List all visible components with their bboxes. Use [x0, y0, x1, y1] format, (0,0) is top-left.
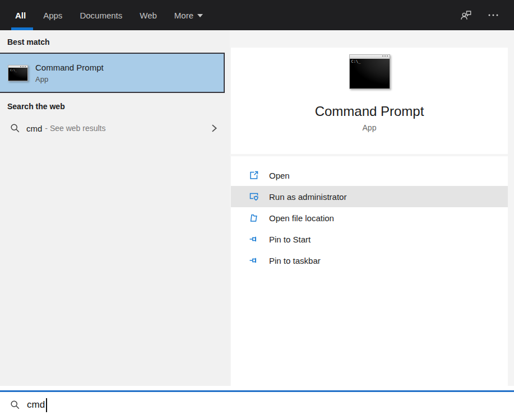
- search-results-area: Best match C:\_ Command Prompt App Searc…: [0, 30, 514, 386]
- tab-more[interactable]: More: [174, 0, 203, 30]
- launch-icon: [248, 170, 260, 181]
- filter-tabs: All Apps Documents Web More: [15, 0, 203, 30]
- preview-app-subtitle: App: [363, 123, 377, 132]
- search-icon: [10, 123, 20, 133]
- action-open-file-location-label: Open file location: [269, 213, 334, 223]
- window-buttons: [382, 55, 388, 57]
- search-filter-bar: All Apps Documents Web More: [0, 0, 514, 30]
- topbar-actions: [460, 0, 499, 30]
- app-actions-list: Open Run as administrator Open file loca…: [231, 156, 508, 386]
- tab-all[interactable]: All: [15, 0, 26, 30]
- action-open-file-location[interactable]: Open file location: [231, 207, 508, 228]
- text-cursor: [46, 398, 47, 412]
- tab-more-label: More: [174, 11, 193, 20]
- action-pin-to-start[interactable]: Pin to Start: [231, 228, 508, 250]
- search-icon: [10, 400, 20, 410]
- more-options-icon[interactable]: [488, 10, 499, 21]
- tab-documents-label: Documents: [80, 11, 122, 20]
- app-preview-card: C:\_ Command Prompt App: [231, 48, 508, 154]
- terminal-prompt-text: C:\_: [351, 60, 361, 64]
- tab-documents[interactable]: Documents: [80, 0, 122, 30]
- web-result-suffix: - See web results: [45, 124, 105, 133]
- best-match-subtitle: App: [35, 75, 104, 83]
- active-tab-underline: [11, 27, 33, 30]
- action-pin-to-taskbar-label: Pin to taskbar: [269, 256, 321, 265]
- action-open-label: Open: [269, 171, 290, 180]
- search-input-value: cmd: [27, 399, 45, 410]
- tab-web-label: Web: [140, 11, 157, 20]
- command-prompt-icon: C:\_: [8, 65, 28, 81]
- folder-icon: [248, 212, 260, 223]
- web-search-result[interactable]: cmd - See web results: [0, 116, 230, 141]
- best-match-title: Command Prompt: [35, 63, 104, 72]
- pin-icon: [248, 255, 260, 266]
- search-web-header: Search the web: [7, 102, 230, 111]
- pin-icon: [248, 234, 260, 245]
- chevron-right-icon[interactable]: [210, 123, 219, 133]
- terminal-prompt-text: C:\_: [10, 69, 17, 72]
- web-query-text: cmd: [26, 124, 42, 133]
- action-open[interactable]: Open: [231, 165, 508, 186]
- preview-panel: C:\_ Command Prompt App Open Run a: [230, 30, 514, 386]
- preview-app-title: Command Prompt: [315, 104, 424, 119]
- command-prompt-icon-large: C:\_: [349, 54, 390, 89]
- best-match-text: Command Prompt App: [35, 63, 104, 83]
- feedback-icon[interactable]: [460, 9, 473, 21]
- chevron-down-icon: [197, 14, 203, 17]
- admin-shield-icon: [248, 191, 260, 202]
- best-match-result-command-prompt[interactable]: C:\_ Command Prompt App: [0, 53, 225, 93]
- bottom-strip: [0, 386, 514, 390]
- tab-apps[interactable]: Apps: [43, 0, 62, 30]
- action-pin-to-start-label: Pin to Start: [269, 235, 311, 244]
- action-pin-to-taskbar[interactable]: Pin to taskbar: [231, 250, 508, 271]
- best-match-header: Best match: [7, 30, 230, 46]
- tab-all-label: All: [15, 11, 26, 20]
- window-buttons: [20, 66, 26, 67]
- action-run-as-administrator[interactable]: Run as administrator: [231, 186, 508, 207]
- action-run-as-administrator-label: Run as administrator: [269, 192, 346, 202]
- topbar-spacer: [203, 0, 460, 30]
- search-input[interactable]: cmd: [0, 390, 514, 418]
- tab-apps-label: Apps: [43, 11, 62, 20]
- results-list-panel: Best match C:\_ Command Prompt App Searc…: [0, 30, 230, 386]
- tab-web[interactable]: Web: [140, 0, 157, 30]
